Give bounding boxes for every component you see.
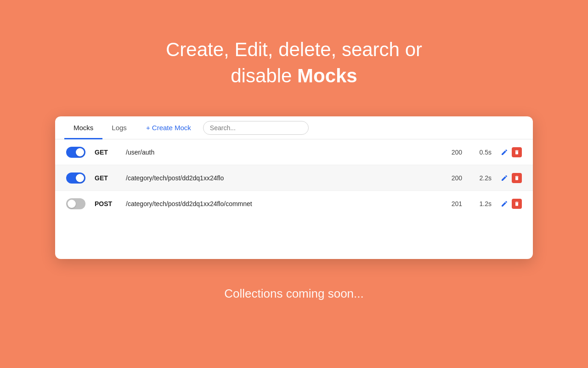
- hero-title-normal: Create, Edit, delete, search or disable: [166, 39, 422, 86]
- toggle-enabled-3[interactable]: [66, 198, 85, 209]
- method-label-1: GET: [95, 149, 117, 156]
- path-label-1: /user/auth: [126, 149, 435, 156]
- delete-icon-3[interactable]: [512, 199, 522, 209]
- table-row: GET /user/auth 200 0.5s: [55, 139, 533, 165]
- toggle-enabled-1[interactable]: [66, 147, 85, 158]
- action-icons-3: [501, 199, 522, 209]
- edit-icon-3[interactable]: [501, 200, 508, 207]
- create-mock-button[interactable]: + Create Mock: [140, 120, 198, 135]
- status-code-1: 200: [444, 149, 462, 156]
- hero-title: Create, Edit, delete, search or disable …: [133, 37, 455, 89]
- method-label-3: POST: [95, 200, 117, 207]
- mocks-card: Mocks Logs + Create Mock GET /user/auth …: [55, 116, 533, 259]
- action-icons-2: [501, 173, 522, 183]
- hero-title-bold: Mocks: [297, 65, 357, 86]
- mock-list: GET /user/auth 200 0.5s GET: [55, 139, 533, 217]
- path-label-3: /category/tech/post/dd2dq1xx24flo/commne…: [126, 200, 435, 207]
- footer-text: Collections coming soon...: [224, 287, 363, 301]
- edit-icon-2[interactable]: [501, 174, 508, 182]
- tab-mocks[interactable]: Mocks: [64, 116, 102, 139]
- card-header: Mocks Logs + Create Mock: [55, 116, 533, 139]
- path-label-2: /category/tech/post/dd2dq1xx24flo: [126, 174, 435, 182]
- status-code-2: 200: [444, 174, 462, 182]
- delete-icon-2[interactable]: [512, 173, 522, 183]
- status-code-3: 201: [444, 200, 462, 207]
- response-time-1: 0.5s: [471, 149, 492, 156]
- edit-icon-1[interactable]: [501, 149, 508, 156]
- toggle-enabled-2[interactable]: [66, 172, 85, 184]
- method-label-2: GET: [95, 174, 117, 182]
- table-row: POST /category/tech/post/dd2dq1xx24flo/c…: [55, 191, 533, 217]
- table-row: GET /category/tech/post/dd2dq1xx24flo 20…: [55, 165, 533, 191]
- response-time-3: 1.2s: [471, 200, 492, 207]
- tab-logs[interactable]: Logs: [102, 116, 136, 139]
- delete-icon-1[interactable]: [512, 147, 522, 157]
- response-time-2: 2.2s: [471, 174, 492, 182]
- search-input[interactable]: [203, 121, 309, 135]
- action-icons-1: [501, 147, 522, 157]
